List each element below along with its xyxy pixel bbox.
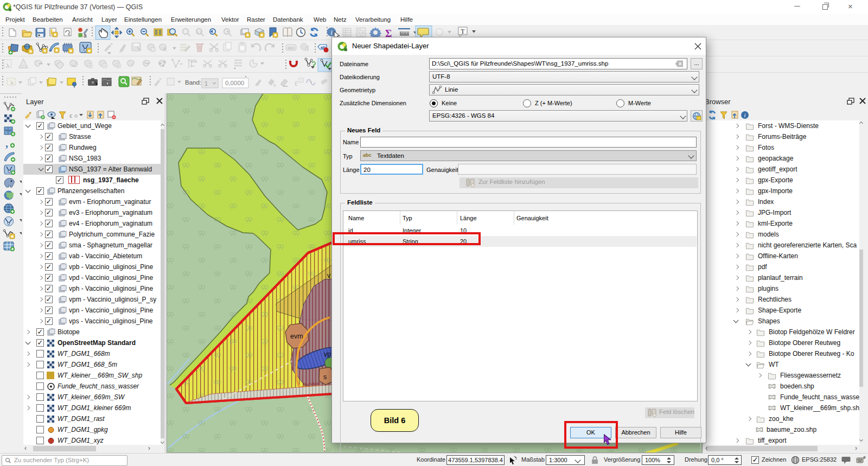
svg-text:abc: abc (288, 46, 295, 50)
svg-text:i: i (330, 28, 333, 36)
svg-text:v: v (327, 272, 331, 279)
svg-text:Band:: Band: (185, 79, 201, 86)
svg-text:s: s (323, 373, 327, 381)
svg-text:T: T (461, 28, 465, 35)
svg-text:ε: ε (295, 78, 298, 87)
svg-text:vp: vp (324, 350, 331, 358)
svg-text:1:1: 1:1 (197, 30, 202, 34)
svg-text:,: , (5, 137, 8, 149)
svg-text:0,0000: 0,0000 (225, 80, 244, 86)
svg-text:i: i (744, 112, 745, 118)
svg-text:a: a (84, 33, 87, 39)
svg-text:ε: ε (69, 111, 73, 119)
svg-text:1: 1 (205, 80, 208, 87)
svg-text:evm: evm (290, 333, 303, 340)
